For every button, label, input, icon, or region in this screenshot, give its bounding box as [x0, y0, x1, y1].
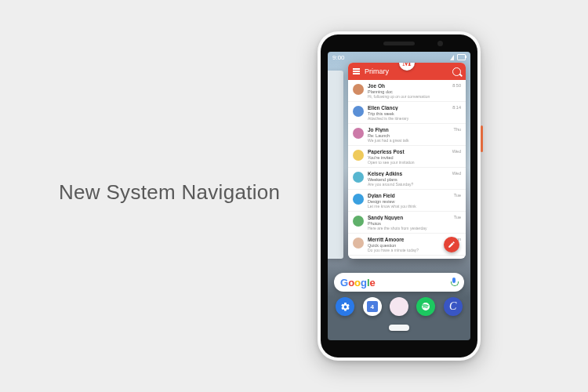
- dock-c-icon[interactable]: C: [444, 297, 463, 316]
- mail-preview: Hi, following up on our conversation: [368, 94, 448, 99]
- mail-date: 8:50: [452, 83, 461, 99]
- mail-date: Tue: [454, 193, 461, 209]
- mail-from: Ellen Clancy: [368, 105, 448, 111]
- status-bar: 9:00: [328, 52, 470, 63]
- mail-from: Kelsey Adkins: [368, 171, 448, 176]
- avatar: [353, 106, 364, 117]
- mail-from: Jo Flynn: [368, 127, 450, 132]
- avatar: [353, 216, 364, 227]
- mail-from: Joe Oh: [368, 83, 448, 89]
- earpiece: [383, 42, 415, 45]
- mail-date: Wed: [452, 149, 461, 165]
- mic-icon[interactable]: [450, 278, 458, 287]
- mail-row[interactable]: Joe OhPlanning docHi, following up on ou…: [348, 80, 466, 102]
- google-logo: Google: [340, 277, 376, 289]
- mail-preview: We just had a great talk: [368, 138, 450, 143]
- recents-prev-card[interactable]: [328, 71, 343, 259]
- recents-card-gmail[interactable]: M Primary Joe OhPlanning docHi, followin…: [348, 63, 466, 259]
- avatar: [353, 128, 364, 139]
- avatar: [353, 172, 364, 183]
- signal-icon: [450, 55, 454, 60]
- avatar: [353, 238, 364, 249]
- mail-preview: Do you have a minute today?: [368, 248, 448, 252]
- power-button: [481, 125, 483, 152]
- mail-row[interactable]: Dylan FieldDesign reviewLet me know what…: [348, 190, 466, 212]
- mail-row[interactable]: Jo FlynnRe: LaunchWe just had a great ta…: [348, 124, 466, 146]
- mail-date: Thu: [454, 127, 461, 143]
- mail-from: Sandy Nguyen: [368, 215, 450, 220]
- status-time: 9:00: [332, 54, 345, 61]
- slide-caption: New System Navigation: [59, 180, 280, 205]
- search-icon[interactable]: [452, 67, 461, 76]
- dock: 4 C: [328, 295, 470, 318]
- avatar: [353, 150, 364, 161]
- dock-settings-icon[interactable]: [336, 297, 354, 316]
- google-search-bar[interactable]: Google: [334, 273, 464, 292]
- mail-row[interactable]: Paperless PostYou're invitedOpen to see …: [348, 146, 466, 168]
- dock-calendar-icon[interactable]: 4: [363, 297, 382, 316]
- mail-preview: Let me know what you think: [368, 204, 450, 209]
- mail-from: Dylan Field: [368, 193, 450, 198]
- spotify-icon: [421, 302, 430, 311]
- mail-from: Merritt Amoore: [368, 237, 448, 242]
- mail-preview: Are you around Saturday?: [368, 182, 448, 187]
- mail-date: Tue: [454, 215, 461, 230]
- avatar: [353, 194, 364, 205]
- mail-preview: Attached is the itinerary: [368, 116, 448, 121]
- calendar-day: 4: [367, 301, 378, 312]
- dock-app-icon[interactable]: [390, 297, 408, 316]
- mail-date: Wed: [452, 171, 461, 187]
- phone-frame: 9:00 M Primary J: [318, 31, 481, 361]
- mail-list[interactable]: Joe OhPlanning docHi, following up on ou…: [348, 80, 466, 259]
- mail-preview: Open to see your invitation: [368, 160, 448, 165]
- mail-row[interactable]: Ellen ClancyTrip this weekAttached is th…: [348, 102, 466, 124]
- dock-spotify-icon[interactable]: [416, 297, 435, 316]
- mail-preview: Here are the shots from yesterday: [368, 226, 450, 230]
- mail-date: 8:14: [452, 105, 461, 121]
- avatar: [353, 84, 364, 95]
- compose-button[interactable]: [444, 237, 459, 252]
- recents-area[interactable]: M Primary Joe OhPlanning docHi, followin…: [328, 63, 470, 263]
- mail-row[interactable]: Sandy NguyenPhotosHere are the shots fro…: [348, 212, 466, 234]
- home-pill[interactable]: [389, 325, 409, 331]
- mail-from: Paperless Post: [368, 149, 448, 154]
- phone-screen: 9:00 M Primary J: [328, 52, 470, 340]
- front-camera: [437, 41, 443, 46]
- mail-row[interactable]: Kelsey AdkinsWeekend plansAre you around…: [348, 168, 466, 190]
- battery-icon: [457, 54, 466, 60]
- menu-icon[interactable]: [353, 68, 360, 74]
- pencil-icon: [448, 241, 456, 249]
- gear-icon: [340, 302, 350, 312]
